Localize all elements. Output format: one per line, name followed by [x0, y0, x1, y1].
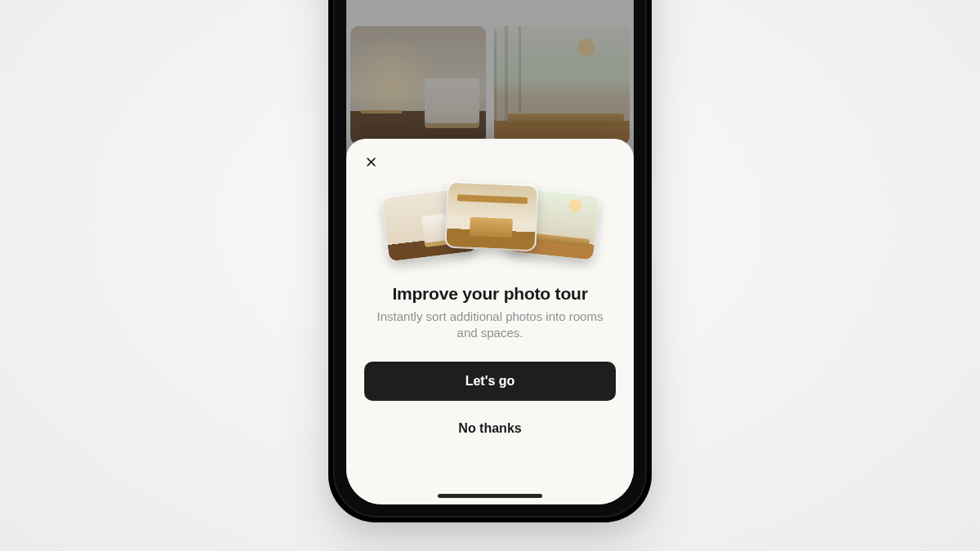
- photo-thumbnail[interactable]: [494, 26, 630, 144]
- bottom-sheet: Improve your photo tour Instantly sort a…: [346, 139, 634, 504]
- phone-screen: Improve your photo tour Instantly sort a…: [346, 0, 634, 504]
- secondary-action-label: No thanks: [458, 421, 521, 436]
- modal-backdrop[interactable]: [346, 0, 634, 504]
- underlying-screen: [346, 0, 634, 504]
- photo-thumbnail[interactable]: [350, 26, 486, 144]
- primary-action-button[interactable]: Let's go: [364, 362, 616, 401]
- primary-action-label: Let's go: [466, 374, 515, 389]
- close-icon: [365, 156, 377, 171]
- phone-frame: Improve your photo tour Instantly sort a…: [328, 0, 652, 522]
- close-button[interactable]: [358, 150, 384, 176]
- collage-photo: [446, 183, 537, 251]
- phone-bezel: Improve your photo tour Instantly sort a…: [333, 0, 647, 518]
- svg-line-1: [368, 158, 375, 166]
- canvas-background: Improve your photo tour Instantly sort a…: [0, 0, 980, 551]
- home-indicator[interactable]: [438, 494, 542, 498]
- svg-line-0: [368, 158, 375, 166]
- photo-collage: [384, 180, 596, 269]
- sheet-subtitle: Instantly sort additional photos into ro…: [369, 309, 611, 342]
- sheet-title: Improve your photo tour: [369, 284, 611, 304]
- photo-grid: [350, 26, 630, 144]
- secondary-action-button[interactable]: No thanks: [364, 409, 616, 448]
